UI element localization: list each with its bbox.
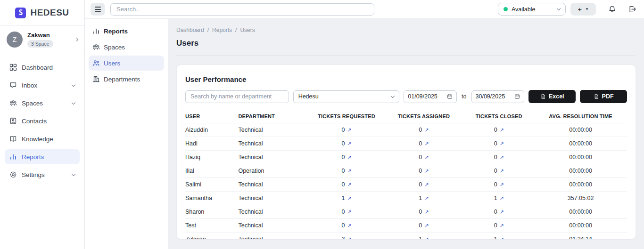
col-header-requested: TICKETS REQUESTED — [309, 111, 384, 123]
col-header-avg-resolution: AVG. RESOLUTION TIME — [534, 111, 627, 123]
drilldown-arrow-icon[interactable]: ↗ — [500, 141, 504, 146]
users-icon — [92, 59, 100, 67]
page-title: Users — [176, 39, 636, 48]
main-navigation: Dashboard Inbox Spaces Contacts Knowledg… — [0, 53, 84, 192]
knowledge-book-icon — [9, 135, 17, 143]
reports-submenu: Reports Spaces Users Departments — [85, 19, 168, 249]
cell-user: Salimi — [185, 178, 238, 192]
drilldown-arrow-icon[interactable]: ↗ — [500, 168, 504, 174]
cell-user: Zakwan — [185, 233, 238, 240]
drilldown-arrow-icon[interactable]: ↗ — [424, 182, 429, 187]
drilldown-arrow-icon[interactable]: ↗ — [347, 141, 351, 146]
workspace-select[interactable]: Hedesu — [293, 90, 400, 103]
chevron-down-icon — [72, 100, 75, 104]
date-to-input[interactable]: 30/09/2025 — [471, 90, 525, 103]
drilldown-arrow-icon[interactable]: ↗ — [347, 195, 351, 201]
drilldown-arrow-icon[interactable]: ↗ — [424, 127, 429, 133]
cell-department: Technical — [238, 192, 309, 205]
calendar-icon — [447, 94, 453, 99]
drilldown-arrow-icon[interactable]: ↗ — [500, 182, 504, 187]
export-pdf-button[interactable]: PDF — [580, 90, 627, 103]
cell-avg-resolution: 01:24:14 — [534, 233, 627, 240]
table-row: Sharon Technical 0↗ 0↗ 0↗ 00:00:00 — [185, 205, 627, 219]
cell-avg-resolution: 00:00:00 — [534, 178, 627, 192]
cell-user: Illal — [185, 164, 238, 178]
date-to-value: 30/09/2025 — [476, 93, 505, 100]
notifications-bell-icon[interactable] — [608, 5, 616, 13]
cell-department: Technical — [238, 178, 309, 192]
sidebar-item-label: Reports — [22, 153, 75, 161]
gear-icon — [9, 171, 17, 178]
sidebar-item-label: Inbox — [22, 82, 67, 89]
drilldown-arrow-icon[interactable]: ↗ — [347, 154, 351, 160]
cell-department: Technical — [238, 233, 309, 240]
plus-icon: + — [578, 6, 582, 13]
availability-label: Available — [512, 6, 536, 13]
drilldown-arrow-icon[interactable]: ↗ — [424, 223, 429, 228]
global-search-input[interactable] — [110, 3, 374, 16]
reports-menu-item-users[interactable]: Users — [89, 56, 164, 71]
drilldown-arrow-icon[interactable]: ↗ — [424, 168, 429, 174]
breadcrumb-users: Users — [240, 27, 255, 33]
drilldown-arrow-icon[interactable]: ↗ — [424, 195, 429, 201]
add-new-button[interactable]: + ▼ — [570, 3, 596, 16]
drilldown-arrow-icon[interactable]: ↗ — [347, 168, 351, 174]
breadcrumb-dashboard[interactable]: Dashboard — [176, 27, 204, 33]
table-search-input[interactable] — [185, 90, 289, 103]
drilldown-arrow-icon[interactable]: ↗ — [347, 127, 351, 133]
availability-select[interactable]: Available — [498, 3, 566, 16]
logout-icon[interactable] — [628, 5, 636, 13]
table-row: Zakwan Technical 3↗ 1↗ 1↗ 01:24:14 — [185, 233, 627, 240]
drilldown-arrow-icon[interactable]: ↗ — [347, 209, 351, 215]
drilldown-arrow-icon[interactable]: ↗ — [500, 223, 504, 228]
drilldown-arrow-icon[interactable]: ↗ — [500, 127, 504, 133]
drilldown-arrow-icon[interactable]: ↗ — [500, 195, 504, 201]
breadcrumb-reports[interactable]: Reports — [212, 27, 232, 33]
drilldown-arrow-icon[interactable]: ↗ — [424, 236, 429, 240]
sidebar-item-settings[interactable]: Settings — [5, 167, 80, 182]
calendar-icon — [514, 94, 520, 99]
col-header-assigned: TICKETS ASSIGNED — [384, 111, 464, 123]
sidebar-toggle-button[interactable] — [91, 3, 105, 16]
excel-file-icon — [540, 94, 546, 99]
cell-user: Samantha — [185, 192, 238, 205]
drilldown-arrow-icon[interactable]: ↗ — [424, 209, 429, 215]
date-from-input[interactable]: 01/09/2025 — [404, 90, 457, 103]
user-performance-table: USER DEPARTMENT TICKETS REQUESTED TICKET… — [185, 111, 627, 240]
contacts-card-icon — [9, 117, 17, 125]
drilldown-arrow-icon[interactable]: ↗ — [500, 154, 504, 160]
sidebar-item-dashboard[interactable]: Dashboard — [5, 60, 80, 75]
topbar: Available + ▼ — [85, 0, 644, 19]
reports-menu-item-departments[interactable]: Departments — [89, 72, 164, 87]
chevron-down-icon — [391, 94, 395, 97]
chevron-down-icon — [557, 7, 561, 10]
profile-switcher[interactable]: Z Zakwan 3 Space — [0, 26, 84, 53]
submenu-item-label: Spaces — [104, 44, 125, 51]
drilldown-arrow-icon[interactable]: ↗ — [347, 236, 351, 240]
sidebar-item-reports[interactable]: Reports — [5, 149, 80, 164]
cell-department: Technical — [238, 123, 309, 137]
brand-logo[interactable]: S HEDESU — [0, 0, 84, 26]
table-row: Hadi Technical 0↗ 0↗ 0↗ 00:00:00 — [185, 137, 627, 151]
sidebar-item-knowledge[interactable]: Knowledge — [5, 131, 80, 146]
submenu-item-label: Departments — [104, 76, 140, 83]
sidebar-item-contacts[interactable]: Contacts — [5, 113, 80, 129]
sidebar-item-spaces[interactable]: Spaces — [5, 96, 80, 111]
export-excel-button[interactable]: Excel — [528, 90, 576, 103]
reports-menu-item-spaces[interactable]: Spaces — [89, 40, 164, 55]
chevron-right-icon — [74, 37, 78, 41]
drilldown-arrow-icon[interactable]: ↗ — [347, 223, 351, 228]
drilldown-arrow-icon[interactable]: ↗ — [424, 141, 429, 146]
col-header-department: DEPARTMENT — [238, 111, 309, 123]
sidebar-item-inbox[interactable]: Inbox — [5, 78, 80, 93]
bar-chart-icon — [92, 27, 100, 35]
cell-department: Operation — [238, 164, 309, 178]
drilldown-arrow-icon[interactable]: ↗ — [347, 182, 351, 187]
table-row: Aizuddin Technical 0↗ 0↗ 0↗ 00:00:00 — [185, 123, 627, 137]
status-dot-icon — [504, 7, 508, 11]
drilldown-arrow-icon[interactable]: ↗ — [500, 236, 504, 240]
drilldown-arrow-icon[interactable]: ↗ — [424, 154, 429, 160]
cell-avg-resolution: 357:05:02 — [534, 192, 627, 205]
drilldown-arrow-icon[interactable]: ↗ — [500, 209, 504, 215]
sidebar-item-label: Contacts — [22, 118, 75, 125]
